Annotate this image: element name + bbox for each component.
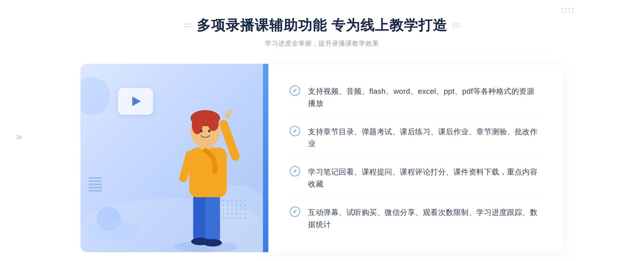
feature-item-3: ✓ 学习笔记回看、课程提问、课程评论打分、课件资料下载，重点内容收藏 <box>290 158 542 199</box>
check-mark-2: ✓ <box>293 128 297 134</box>
stripes-decoration <box>89 177 102 199</box>
feature-text-2: 支持章节目录、弹题考试、课后练习、课后作业、章节测验、批改作业 <box>308 126 542 150</box>
svg-point-13 <box>200 130 203 132</box>
features-container: ✓ 支持视频、音频、flash、word、excel、ppt、pdf等各种格式的… <box>268 64 564 252</box>
check-mark-3: ✓ <box>293 169 297 174</box>
feature-text-3: 学习笔记回看、课程提问、课程评论打分、课件资料下载，重点内容收藏 <box>308 166 542 190</box>
decoration-dots-top-right <box>562 8 574 14</box>
title-left-decoration <box>184 23 191 28</box>
svg-rect-2 <box>205 193 220 243</box>
check-circle-4: ✓ <box>290 207 300 217</box>
check-mark-1: ✓ <box>293 88 297 93</box>
subtitle: 学习进度全掌握，提升录播课教学效果 <box>184 39 460 48</box>
svg-point-4 <box>203 239 222 247</box>
title-row: 多项录播课辅助功能 专为线上教学打造 <box>184 16 460 35</box>
play-bubble <box>118 88 153 115</box>
title-right-decoration <box>453 23 460 28</box>
person-illustration <box>158 86 252 252</box>
page-container: » 多项录播课辅助功能 专为线上教学打造 学习进度全掌握，提升录播课教学效果 <box>0 0 644 261</box>
check-circle-3: ✓ <box>290 166 300 176</box>
feature-item-4: ✓ 互动弹幕、试听购买、微信分享、观看次数限制、学习进度跟踪、数据统计 <box>290 199 542 239</box>
content-section: ✓ 支持视频、音频、flash、word、excel、ppt、pdf等各种格式的… <box>80 64 564 252</box>
check-circle-2: ✓ <box>290 126 300 136</box>
circle-medium <box>80 77 110 115</box>
feature-text-4: 互动弹幕、试听购买、微信分享、观看次数限制、学习进度跟踪、数据统计 <box>308 207 542 231</box>
illus-bg-ellipse <box>86 220 140 241</box>
feature-item-1: ✓ 支持视频、音频、flash、word、excel、ppt、pdf等各种格式的… <box>290 77 542 118</box>
header-section: 多项录播课辅助功能 专为线上教学打造 学习进度全掌握，提升录播课教学效果 <box>184 16 460 48</box>
illustration-inner <box>80 64 263 252</box>
svg-point-16 <box>227 109 232 114</box>
svg-point-12 <box>208 116 219 131</box>
check-circle-1: ✓ <box>290 85 300 96</box>
svg-point-14 <box>208 130 211 132</box>
feature-text-1: 支持视频、音频、flash、word、excel、ppt、pdf等各种格式的资源… <box>308 85 542 110</box>
left-chevron-decoration: » <box>16 130 22 143</box>
blue-accent-panel <box>263 64 268 252</box>
play-icon <box>132 96 141 106</box>
main-title: 多项录播课辅助功能 专为线上教学打造 <box>197 16 447 35</box>
check-mark-4: ✓ <box>293 209 297 214</box>
illustration-container <box>80 64 263 252</box>
feature-item-2: ✓ 支持章节目录、弹题考试、课后练习、课后作业、章节测验、批改作业 <box>290 118 542 158</box>
